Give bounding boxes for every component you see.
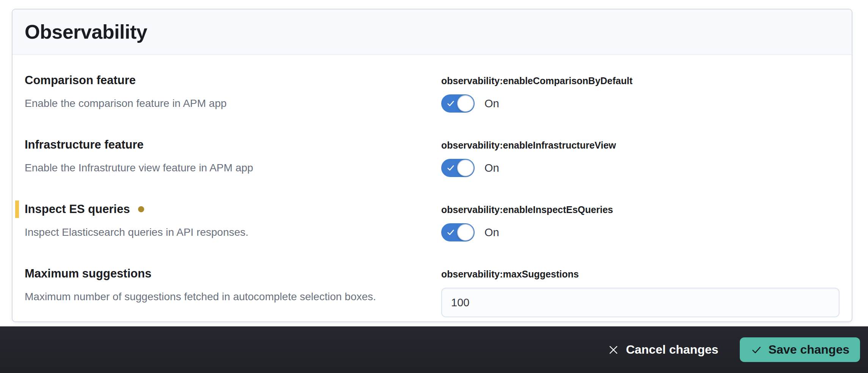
- check-icon: [750, 344, 763, 356]
- setting-description: Inspect Elasticsearch queries in API res…: [25, 226, 423, 239]
- unsaved-change-indicator-bar: [15, 201, 19, 218]
- save-changes-button[interactable]: Save changes: [740, 337, 860, 362]
- setting-row-maximum-suggestions: Maximum suggestions Maximum number of su…: [25, 266, 840, 317]
- switch-state-label: On: [484, 226, 499, 239]
- toggle-enableInspectEsQueries[interactable]: [441, 223, 475, 241]
- cancel-changes-label: Cancel changes: [626, 343, 719, 357]
- observability-settings-panel: Observability Comparison feature Enable …: [12, 9, 852, 322]
- switch-thumb: [457, 95, 474, 112]
- setting-title: Inspect ES queries: [25, 202, 423, 216]
- settings-list: Comparison feature Enable the comparison…: [13, 55, 852, 332]
- setting-title-text: Infrastructure feature: [25, 138, 144, 152]
- panel-header: Observability: [13, 9, 852, 55]
- setting-key-label: observability:enableInfrastructureView: [441, 139, 840, 151]
- unsaved-change-dot-icon: [138, 206, 144, 212]
- page-title: Observability: [25, 20, 147, 43]
- setting-title-text: Maximum suggestions: [25, 266, 151, 281]
- setting-key-label: observability:enableComparisonByDefault: [441, 75, 840, 87]
- setting-row-inspect-es-queries: Inspect ES queries Inspect Elasticsearch…: [25, 202, 840, 241]
- save-changes-label: Save changes: [769, 343, 849, 357]
- setting-title-text: Inspect ES queries: [25, 202, 130, 216]
- check-icon: [446, 99, 456, 108]
- max-suggestions-input[interactable]: [441, 288, 840, 317]
- setting-title: Maximum suggestions: [25, 266, 423, 281]
- setting-title-text: Comparison feature: [25, 73, 136, 88]
- switch-thumb: [457, 160, 474, 176]
- check-icon: [446, 227, 456, 237]
- close-icon: [608, 344, 619, 356]
- observability-advanced-settings-page: Observability Comparison feature Enable …: [0, 0, 868, 373]
- setting-title: Comparison feature: [25, 73, 423, 88]
- setting-key-label: observability:maxSuggestions: [441, 268, 840, 280]
- switch-state-label: On: [484, 162, 499, 174]
- setting-title: Infrastructure feature: [25, 138, 423, 152]
- setting-description: Enable the Infrastruture view feature in…: [25, 161, 423, 175]
- setting-row-comparison-feature: Comparison feature Enable the comparison…: [25, 73, 840, 113]
- setting-key-label: observability:enableInspectEsQueries: [441, 204, 840, 216]
- setting-description: Enable the comparison feature in APM app: [25, 97, 423, 110]
- toggle-enableInfrastructureView[interactable]: [441, 159, 475, 177]
- setting-description: Maximum number of suggestions fetched in…: [25, 290, 423, 304]
- toggle-enableComparisonByDefault[interactable]: [441, 94, 475, 113]
- check-icon: [446, 163, 456, 173]
- switch-state-label: On: [484, 97, 499, 110]
- setting-row-infrastructure-feature: Infrastructure feature Enable the Infras…: [25, 138, 840, 177]
- cancel-changes-button[interactable]: Cancel changes: [605, 343, 722, 357]
- switch-thumb: [457, 224, 474, 241]
- unsaved-changes-bottom-bar: Cancel changes Save changes: [0, 326, 868, 373]
